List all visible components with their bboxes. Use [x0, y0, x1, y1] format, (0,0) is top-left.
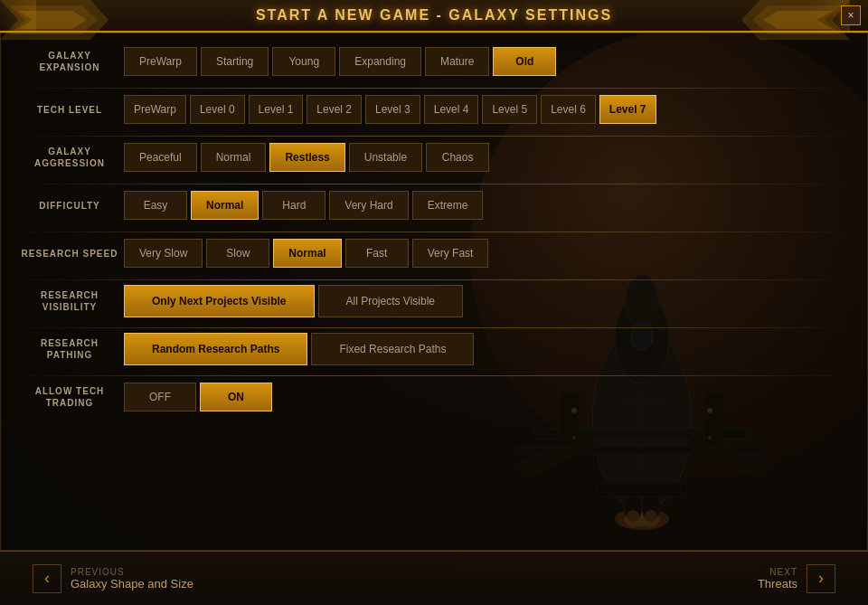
aggression-restless[interactable]: Restless	[269, 143, 344, 172]
separator-1	[15, 88, 853, 89]
next-arrow-icon: ›	[807, 564, 835, 593]
aggression-normal[interactable]: Normal	[201, 143, 267, 172]
tech-level4[interactable]: Level 4	[424, 95, 479, 124]
previous-button[interactable]: ‹ PREVIOUS Galaxy Shape and Size	[18, 557, 208, 600]
speed-normal[interactable]: Normal	[273, 239, 341, 268]
research-speed-label: RESEARCH SPEED	[15, 248, 124, 260]
page-title: START A NEW GAME - GALAXY SETTINGS	[256, 7, 612, 24]
research-speed-row: RESEARCH SPEED Very Slow Slow Normal Fas…	[15, 234, 853, 272]
tech-level3[interactable]: Level 3	[365, 95, 420, 124]
tech-level-row: TECH LEVEL PreWarp Level 0 Level 1 Level…	[15, 90, 853, 128]
previous-title: Galaxy Shape and Size	[71, 577, 193, 591]
title-bar: START A NEW GAME - GALAXY SETTINGS ×	[0, 0, 868, 33]
speed-very-fast[interactable]: Very Fast	[412, 239, 489, 268]
difficulty-row: DIFFICULTY Easy Normal Hard Very Hard Ex…	[15, 186, 853, 224]
separator-4	[15, 232, 853, 232]
difficulty-easy[interactable]: Easy	[124, 191, 187, 220]
tech-level6[interactable]: Level 6	[541, 95, 596, 124]
galaxy-expansion-label: GALAXY EXPANSION	[15, 50, 124, 73]
research-pathing-row: RESEARCH PATHING Random Research Paths F…	[15, 330, 853, 368]
aggression-unstable[interactable]: Unstable	[349, 143, 422, 172]
pathing-random[interactable]: Random Research Paths	[124, 333, 307, 365]
close-button[interactable]: ×	[841, 5, 861, 25]
separator-3	[15, 184, 853, 184]
previous-arrow-icon: ‹	[33, 564, 61, 593]
tech-trading-on[interactable]: ON	[200, 383, 272, 411]
difficulty-hard[interactable]: Hard	[262, 191, 326, 220]
research-pathing-label: RESEARCH PATHING	[15, 337, 124, 361]
separator-6	[15, 327, 853, 328]
galaxy-expansion-starting[interactable]: Starting	[201, 47, 269, 76]
research-pathing-options: Random Research Paths Fixed Research Pat…	[124, 333, 474, 365]
galaxy-expansion-mature[interactable]: Mature	[425, 47, 489, 76]
allow-tech-trading-label: ALLOW TECH TRADING	[15, 385, 124, 409]
tech-trading-off[interactable]: OFF	[124, 383, 196, 411]
research-visibility-row: RESEARCH VISIBILITY Only Next Projects V…	[15, 282, 853, 320]
speed-fast[interactable]: Fast	[345, 239, 409, 268]
galaxy-expansion-expanding[interactable]: Expanding	[339, 47, 421, 76]
research-visibility-options: Only Next Projects Visible All Projects …	[124, 285, 463, 317]
speed-very-slow[interactable]: Very Slow	[124, 239, 203, 268]
tech-level-options: PreWarp Level 0 Level 1 Level 2 Level 3 …	[124, 95, 656, 124]
separator-5	[15, 279, 853, 280]
research-visibility-label: RESEARCH VISIBILITY	[15, 289, 124, 313]
previous-label: PREVIOUS	[71, 567, 193, 577]
previous-text: PREVIOUS Galaxy Shape and Size	[71, 567, 193, 591]
speed-slow[interactable]: Slow	[206, 239, 269, 268]
aggression-chaos[interactable]: Chaos	[426, 143, 489, 172]
galaxy-expansion-young[interactable]: Young	[272, 47, 335, 76]
tech-level1[interactable]: Level 1	[249, 95, 304, 124]
difficulty-very-hard[interactable]: Very Hard	[329, 191, 408, 220]
nav-footer: ‹ PREVIOUS Galaxy Shape and Size NEXT Th…	[0, 551, 868, 605]
tech-level2[interactable]: Level 2	[307, 95, 362, 124]
difficulty-extreme[interactable]: Extreme	[412, 191, 484, 220]
separator-2	[15, 136, 853, 137]
separator-7	[15, 375, 853, 376]
settings-panel: GALAXY EXPANSION PreWarp Starting Young …	[0, 33, 868, 551]
galaxy-aggression-label: GALAXY AGGRESSION	[15, 146, 124, 169]
next-label: NEXT	[758, 567, 797, 577]
allow-tech-trading-options: OFF ON	[124, 383, 272, 411]
allow-tech-trading-row: ALLOW TECH TRADING OFF ON	[15, 378, 853, 416]
next-title: Threats	[758, 577, 797, 591]
visibility-all[interactable]: All Projects Visible	[318, 285, 463, 317]
galaxy-aggression-row: GALAXY AGGRESSION Peaceful Normal Restle…	[15, 138, 853, 176]
difficulty-normal[interactable]: Normal	[191, 191, 259, 220]
galaxy-expansion-options: PreWarp Starting Young Expanding Mature …	[124, 47, 556, 76]
tech-level5[interactable]: Level 5	[482, 95, 537, 124]
difficulty-label: DIFFICULTY	[15, 200, 124, 212]
research-speed-options: Very Slow Slow Normal Fast Very Fast	[124, 239, 488, 268]
aggression-peaceful[interactable]: Peaceful	[124, 143, 197, 172]
next-text: NEXT Threats	[758, 567, 797, 591]
pathing-fixed[interactable]: Fixed Research Paths	[311, 333, 474, 365]
tech-level0[interactable]: Level 0	[190, 95, 245, 124]
tech-level7[interactable]: Level 7	[599, 95, 656, 124]
galaxy-expansion-old[interactable]: Old	[493, 47, 556, 76]
tech-level-label: TECH LEVEL	[15, 104, 124, 116]
svg-marker-30	[763, 11, 832, 29]
visibility-next-only[interactable]: Only Next Projects Visible	[124, 285, 315, 317]
tech-prewarp[interactable]: PreWarp	[124, 95, 186, 124]
galaxy-expansion-prewarp[interactable]: PreWarp	[124, 47, 197, 76]
galaxy-aggression-options: Peaceful Normal Restless Unstable Chaos	[124, 143, 489, 172]
next-button[interactable]: NEXT Threats ›	[743, 557, 850, 600]
difficulty-options: Easy Normal Hard Very Hard Extreme	[124, 191, 483, 220]
galaxy-expansion-row: GALAXY EXPANSION PreWarp Starting Young …	[15, 43, 853, 80]
